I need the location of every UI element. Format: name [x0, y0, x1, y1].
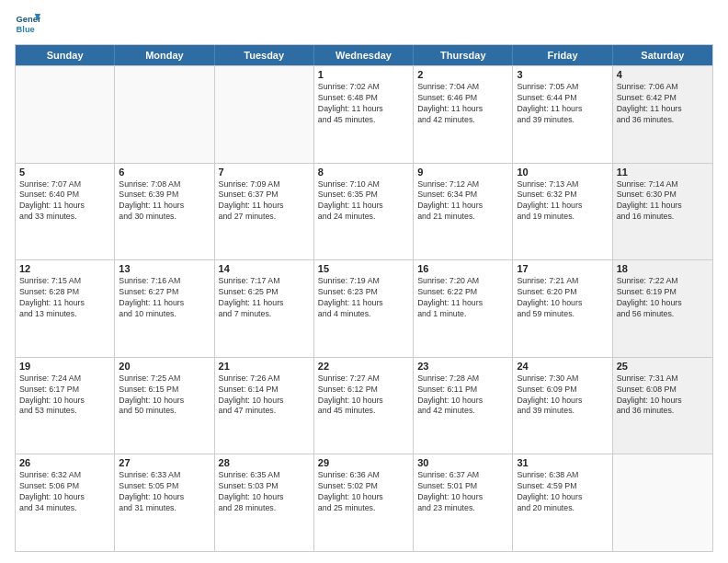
cell-info: Sunrise: 7:19 AM Sunset: 6:23 PM Dayligh… — [318, 276, 409, 320]
calendar-cell: 31Sunrise: 6:38 AM Sunset: 4:59 PM Dayli… — [513, 454, 612, 551]
calendar-cell: 28Sunrise: 6:35 AM Sunset: 5:03 PM Dayli… — [215, 454, 314, 551]
day-number: 7 — [219, 167, 310, 178]
day-number: 14 — [219, 263, 310, 274]
calendar-cell — [115, 66, 214, 163]
day-number: 28 — [219, 457, 310, 468]
calendar-cell: 19Sunrise: 7:24 AM Sunset: 6:17 PM Dayli… — [16, 358, 115, 454]
day-number: 15 — [318, 263, 409, 274]
calendar-cell: 22Sunrise: 7:27 AM Sunset: 6:12 PM Dayli… — [314, 358, 414, 454]
weekday-header: Sunday — [16, 45, 115, 65]
calendar-cell: 26Sunrise: 6:32 AM Sunset: 5:06 PM Dayli… — [16, 454, 115, 551]
day-number: 10 — [517, 167, 608, 178]
calendar-row: 19Sunrise: 7:24 AM Sunset: 6:17 PM Dayli… — [16, 357, 712, 454]
cell-info: Sunrise: 7:22 AM Sunset: 6:19 PM Dayligh… — [617, 276, 709, 320]
day-number: 29 — [318, 457, 409, 468]
calendar-cell: 17Sunrise: 7:21 AM Sunset: 6:20 PM Dayli… — [513, 260, 612, 357]
calendar-cell: 13Sunrise: 7:16 AM Sunset: 6:27 PM Dayli… — [115, 260, 214, 357]
calendar-cell: 25Sunrise: 7:31 AM Sunset: 6:08 PM Dayli… — [613, 358, 712, 454]
svg-text:Blue: Blue — [17, 25, 35, 34]
cell-info: Sunrise: 7:25 AM Sunset: 6:15 PM Dayligh… — [119, 373, 210, 418]
day-number: 5 — [19, 167, 110, 178]
calendar-cell: 15Sunrise: 7:19 AM Sunset: 6:23 PM Dayli… — [314, 260, 414, 357]
logo-icon: General Blue — [15, 11, 40, 37]
day-number: 11 — [617, 167, 709, 178]
cell-info: Sunrise: 7:08 AM Sunset: 6:39 PM Dayligh… — [119, 179, 210, 224]
day-number: 21 — [219, 361, 310, 372]
calendar-cell — [613, 454, 712, 551]
day-number: 20 — [119, 361, 210, 372]
cell-info: Sunrise: 7:14 AM Sunset: 6:30 PM Dayligh… — [617, 179, 709, 224]
cell-info: Sunrise: 7:21 AM Sunset: 6:20 PM Dayligh… — [517, 276, 608, 320]
calendar-cell — [215, 66, 314, 163]
cell-info: Sunrise: 7:02 AM Sunset: 6:48 PM Dayligh… — [318, 82, 409, 126]
day-number: 30 — [417, 457, 508, 468]
calendar-cell: 3Sunrise: 7:05 AM Sunset: 6:44 PM Daylig… — [513, 66, 612, 163]
logo: General Blue — [15, 11, 40, 37]
cell-info: Sunrise: 6:32 AM Sunset: 5:06 PM Dayligh… — [19, 470, 110, 514]
calendar-cell: 23Sunrise: 7:28 AM Sunset: 6:11 PM Dayli… — [414, 358, 513, 454]
calendar-cell: 27Sunrise: 6:33 AM Sunset: 5:05 PM Dayli… — [115, 454, 214, 551]
cell-info: Sunrise: 7:26 AM Sunset: 6:14 PM Dayligh… — [219, 373, 310, 418]
calendar-cell: 18Sunrise: 7:22 AM Sunset: 6:19 PM Dayli… — [613, 260, 712, 357]
weekday-header: Tuesday — [215, 45, 314, 65]
calendar-cell — [16, 66, 115, 163]
calendar-cell: 30Sunrise: 6:37 AM Sunset: 5:01 PM Dayli… — [414, 454, 513, 551]
calendar-cell: 11Sunrise: 7:14 AM Sunset: 6:30 PM Dayli… — [613, 164, 712, 260]
calendar-row: 26Sunrise: 6:32 AM Sunset: 5:06 PM Dayli… — [16, 454, 712, 551]
day-number: 12 — [19, 263, 110, 274]
cell-info: Sunrise: 7:20 AM Sunset: 6:22 PM Dayligh… — [417, 276, 508, 320]
day-number: 9 — [417, 167, 508, 178]
cell-info: Sunrise: 6:37 AM Sunset: 5:01 PM Dayligh… — [417, 470, 508, 514]
cell-info: Sunrise: 7:09 AM Sunset: 6:37 PM Dayligh… — [219, 179, 310, 224]
cell-info: Sunrise: 7:31 AM Sunset: 6:08 PM Dayligh… — [617, 373, 709, 418]
calendar-cell: 21Sunrise: 7:26 AM Sunset: 6:14 PM Dayli… — [215, 358, 314, 454]
calendar-cell: 1Sunrise: 7:02 AM Sunset: 6:48 PM Daylig… — [314, 66, 414, 163]
cell-info: Sunrise: 7:30 AM Sunset: 6:09 PM Dayligh… — [517, 373, 608, 418]
day-number: 2 — [417, 69, 508, 80]
calendar-cell: 24Sunrise: 7:30 AM Sunset: 6:09 PM Dayli… — [513, 358, 612, 454]
calendar: SundayMondayTuesdayWednesdayThursdayFrid… — [15, 44, 713, 552]
calendar-header: SundayMondayTuesdayWednesdayThursdayFrid… — [16, 45, 712, 65]
calendar-cell: 14Sunrise: 7:17 AM Sunset: 6:25 PM Dayli… — [215, 260, 314, 357]
weekday-header: Saturday — [613, 45, 712, 65]
day-number: 23 — [417, 361, 508, 372]
header: General Blue — [15, 11, 713, 37]
day-number: 6 — [119, 167, 210, 178]
cell-info: Sunrise: 7:07 AM Sunset: 6:40 PM Dayligh… — [19, 179, 110, 224]
day-number: 31 — [517, 457, 608, 468]
page: General Blue SundayMondayTuesdayWednesda… — [0, 0, 728, 563]
day-number: 27 — [119, 457, 210, 468]
weekday-header: Wednesday — [314, 45, 414, 65]
cell-info: Sunrise: 6:38 AM Sunset: 4:59 PM Dayligh… — [517, 470, 608, 514]
calendar-cell: 8Sunrise: 7:10 AM Sunset: 6:35 PM Daylig… — [314, 164, 414, 260]
calendar-row: 5Sunrise: 7:07 AM Sunset: 6:40 PM Daylig… — [16, 163, 712, 260]
calendar-cell: 5Sunrise: 7:07 AM Sunset: 6:40 PM Daylig… — [16, 164, 115, 260]
calendar-cell: 9Sunrise: 7:12 AM Sunset: 6:34 PM Daylig… — [414, 164, 513, 260]
calendar-row: 12Sunrise: 7:15 AM Sunset: 6:28 PM Dayli… — [16, 259, 712, 357]
cell-info: Sunrise: 7:17 AM Sunset: 6:25 PM Dayligh… — [219, 276, 310, 320]
calendar-cell: 10Sunrise: 7:13 AM Sunset: 6:32 PM Dayli… — [513, 164, 612, 260]
day-number: 25 — [617, 361, 709, 372]
day-number: 22 — [318, 361, 409, 372]
calendar-cell: 20Sunrise: 7:25 AM Sunset: 6:15 PM Dayli… — [115, 358, 214, 454]
calendar-cell: 2Sunrise: 7:04 AM Sunset: 6:46 PM Daylig… — [414, 66, 513, 163]
cell-info: Sunrise: 7:04 AM Sunset: 6:46 PM Dayligh… — [417, 82, 508, 126]
calendar-cell: 12Sunrise: 7:15 AM Sunset: 6:28 PM Dayli… — [16, 260, 115, 357]
weekday-header: Thursday — [414, 45, 513, 65]
cell-info: Sunrise: 6:33 AM Sunset: 5:05 PM Dayligh… — [119, 470, 210, 514]
calendar-cell: 6Sunrise: 7:08 AM Sunset: 6:39 PM Daylig… — [115, 164, 214, 260]
day-number: 17 — [517, 263, 608, 274]
day-number: 19 — [19, 361, 110, 372]
cell-info: Sunrise: 7:06 AM Sunset: 6:42 PM Dayligh… — [617, 82, 709, 126]
day-number: 16 — [417, 263, 508, 274]
cell-info: Sunrise: 7:16 AM Sunset: 6:27 PM Dayligh… — [119, 276, 210, 320]
cell-info: Sunrise: 7:10 AM Sunset: 6:35 PM Dayligh… — [318, 179, 409, 224]
day-number: 13 — [119, 263, 210, 274]
calendar-cell: 4Sunrise: 7:06 AM Sunset: 6:42 PM Daylig… — [613, 66, 712, 163]
cell-info: Sunrise: 7:24 AM Sunset: 6:17 PM Dayligh… — [19, 373, 110, 418]
cell-info: Sunrise: 7:05 AM Sunset: 6:44 PM Dayligh… — [517, 82, 608, 126]
day-number: 26 — [19, 457, 110, 468]
cell-info: Sunrise: 7:13 AM Sunset: 6:32 PM Dayligh… — [517, 179, 608, 224]
cell-info: Sunrise: 6:35 AM Sunset: 5:03 PM Dayligh… — [219, 470, 310, 514]
calendar-row: 1Sunrise: 7:02 AM Sunset: 6:48 PM Daylig… — [16, 65, 712, 163]
